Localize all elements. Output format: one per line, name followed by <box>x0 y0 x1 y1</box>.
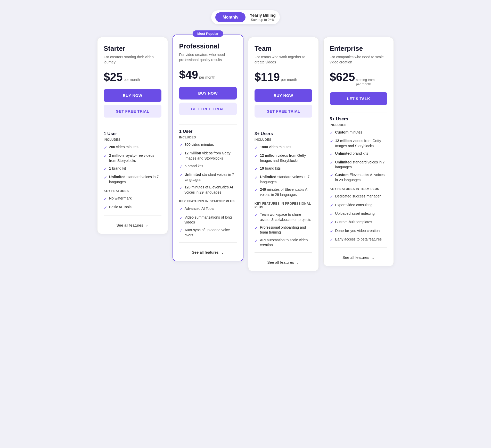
feature-text: 12 million videos from Getty Images and … <box>185 151 237 161</box>
list-item: ✓ Auto-sync of uploaded voice overs <box>179 228 237 238</box>
check-icon: ✓ <box>255 175 258 180</box>
key-features-label: KEY FEATURES IN STARTER PLUS <box>179 200 237 203</box>
includes-label: INCLUDES <box>179 136 237 139</box>
feature-text: Unlimited brand kits <box>335 151 368 156</box>
free-trial-button[interactable]: GET FREE TRIAL <box>255 105 312 118</box>
see-all-button[interactable]: See all features ⌄ <box>255 256 312 265</box>
list-item: ✓ 12 million videos from Getty Images an… <box>330 138 388 148</box>
check-icon: ✓ <box>179 164 183 170</box>
price-row: $25 per month <box>104 71 161 84</box>
list-item: ✓ 600 video minutes <box>179 142 237 148</box>
feature-text: 2 million royalty-free videos from Story… <box>109 153 161 163</box>
price-period: per month <box>124 78 140 82</box>
list-item: ✓ Unlimited standard voices in 7 languag… <box>179 172 237 182</box>
check-icon: ✓ <box>330 237 333 243</box>
price-period: starting fromper month <box>356 78 374 87</box>
list-item: ✓ 240 minutes of ElevenLab's AI voices i… <box>255 187 312 197</box>
see-all-button[interactable]: See all features ⌄ <box>179 246 237 255</box>
list-item: ✓ 1800 video minutes <box>255 145 312 151</box>
divider <box>255 127 312 127</box>
list-item: ✓ No watermark <box>104 196 161 202</box>
key-features-list: ✓ No watermark ✓ Basic AI Tools <box>104 196 161 211</box>
check-icon: ✓ <box>255 225 258 231</box>
plan-description: For teams who work together to create vi… <box>255 55 312 65</box>
buy-now-button[interactable]: BUY NOW <box>104 89 161 102</box>
feature-text: 120 minutes of ElevenLab's AI voices in … <box>185 185 237 195</box>
list-item: ✓ Unlimited standard voices in 7 languag… <box>330 160 388 170</box>
divider <box>330 112 388 112</box>
plan-description: For companies who need to scale video cr… <box>330 55 388 65</box>
list-item: ✓ Unlimited standard voices in 7 languag… <box>255 175 312 185</box>
check-icon: ✓ <box>255 238 258 244</box>
users-label: 5+ Users <box>330 117 388 122</box>
feature-text: Custom minutes <box>335 130 362 135</box>
chevron-down-icon: ⌄ <box>221 250 224 255</box>
feature-text: Dedicated success manager <box>335 194 381 199</box>
feature-text: Uploaded asset indexing <box>335 211 375 216</box>
see-all-divider <box>104 215 161 215</box>
chevron-down-icon: ⌄ <box>296 260 299 265</box>
see-all-divider <box>330 247 388 248</box>
see-all-label: See all features <box>116 223 143 227</box>
feature-text: Video summarizations of long videos <box>185 215 237 225</box>
includes-list: ✓ 1800 video minutes ✓ 12 million videos… <box>255 145 312 197</box>
price-amount: $119 <box>255 71 280 84</box>
check-icon: ✓ <box>330 151 333 157</box>
list-item: ✓ API automation to scale video creation <box>255 238 312 248</box>
check-icon: ✓ <box>255 187 258 193</box>
feature-text: 5 brand kits <box>185 164 203 169</box>
key-features-label: KEY FEATURES IN PROFESSIONAL PLUS <box>255 202 312 209</box>
plan-name: Professional <box>179 42 237 50</box>
users-label: 1 User <box>104 131 161 136</box>
check-icon: ✓ <box>330 220 333 226</box>
price-period: per month <box>199 75 215 79</box>
yearly-toggle[interactable]: Yearly Billing Save up to 24% <box>250 13 275 22</box>
plans-container: StarterFor creators starting their video… <box>97 37 394 271</box>
list-item: ✓ Basic AI Tools <box>104 205 161 211</box>
check-icon: ✓ <box>255 145 258 151</box>
buy-now-button[interactable]: BUY NOW <box>179 87 237 99</box>
buy-now-button[interactable]: LET'S TALK <box>330 92 388 105</box>
list-item: ✓ Advanced AI Tools <box>179 206 237 212</box>
feature-text: No watermark <box>109 196 132 201</box>
feature-text: Early access to beta features <box>335 237 382 242</box>
feature-text: Custom-built templates <box>335 220 372 225</box>
includes-label: INCLUDES <box>330 123 388 127</box>
check-icon: ✓ <box>179 215 183 221</box>
check-icon: ✓ <box>330 160 333 166</box>
price-amount: $625 <box>330 71 355 84</box>
plan-card-starter: StarterFor creators starting their video… <box>97 37 168 234</box>
popular-badge: Most Popular <box>193 30 223 37</box>
see-all-button[interactable]: See all features ⌄ <box>104 219 161 228</box>
see-all-button[interactable]: See all features ⌄ <box>330 251 388 260</box>
feature-text: 1 brand kit <box>109 166 126 171</box>
feature-text: Unlimited standard voices in 7 languages <box>109 175 161 185</box>
check-icon: ✓ <box>104 153 107 159</box>
plan-name: Enterprise <box>330 45 388 53</box>
billing-toggle: Monthly Yearly Billing Save up to 24% <box>5 10 486 24</box>
buy-now-button[interactable]: BUY NOW <box>255 89 312 102</box>
free-trial-button[interactable]: GET FREE TRIAL <box>179 103 237 115</box>
check-icon: ✓ <box>330 139 333 144</box>
users-label: 1 User <box>179 129 237 134</box>
check-icon: ✓ <box>330 203 333 209</box>
list-item: ✓ 120 minutes of ElevenLab's AI voices i… <box>179 185 237 195</box>
price-amount: $25 <box>104 71 122 84</box>
monthly-toggle[interactable]: Monthly <box>215 12 246 22</box>
list-item: ✓ 10 brand kits <box>255 166 312 172</box>
feature-text: 12 million videos from Getty Images and … <box>335 138 388 148</box>
check-icon: ✓ <box>104 145 107 151</box>
feature-text: Unlimited standard voices in 7 languages <box>185 172 237 182</box>
list-item: ✓ 12 million videos from Getty Images an… <box>179 151 237 161</box>
chevron-down-icon: ⌄ <box>145 223 149 228</box>
list-item: ✓ Expert video consulting <box>330 203 388 209</box>
see-all-label: See all features <box>342 255 369 260</box>
list-item: ✓ Video summarizations of long videos <box>179 215 237 225</box>
includes-list: ✓ 600 video minutes ✓ 12 million videos … <box>179 142 237 195</box>
free-trial-button[interactable]: GET FREE TRIAL <box>104 105 161 118</box>
includes-list: ✓ Custom minutes ✓ 12 million videos fro… <box>330 130 388 182</box>
plan-description: For creators starting their video journe… <box>104 55 161 65</box>
feature-text: Unlimited standard voices in 7 languages <box>260 175 312 185</box>
list-item: ✓ Unlimited brand kits <box>330 151 388 157</box>
check-icon: ✓ <box>179 151 183 157</box>
